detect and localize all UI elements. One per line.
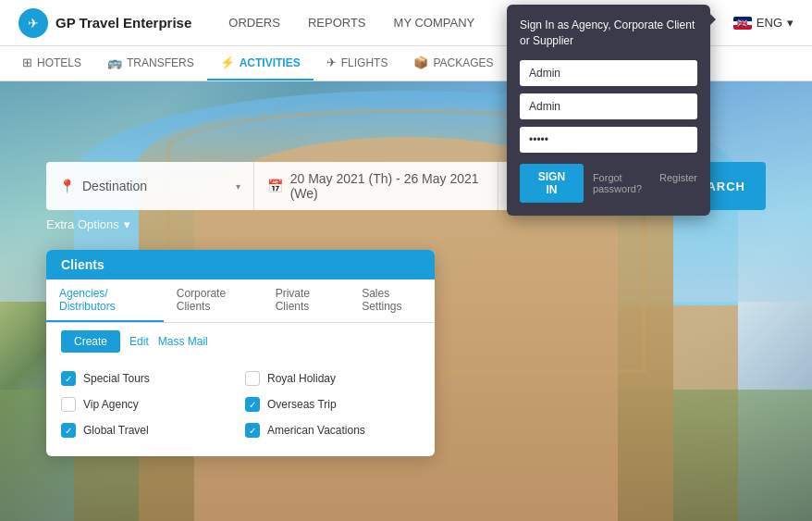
transfers-icon: 🚌 [107,56,122,69]
client-label: Global Travel [83,424,149,437]
checkbox-special-tours[interactable]: ✓ [61,371,76,386]
forgot-password-link[interactable]: Forgot password? [593,172,652,194]
checkbox-global-travel[interactable]: ✓ [61,423,76,438]
tab-flights[interactable]: ✈ FLIGHTS [314,46,401,81]
date-field[interactable]: 📅 20 May 2021 (Th) - 26 May 2021 (We) [254,162,498,210]
logo-area: ✈ GP Travel Enterprise [0,8,210,38]
displayname-input[interactable] [520,93,697,119]
username-input[interactable] [520,60,697,86]
extra-options-chevron: ▾ [124,217,130,231]
lang-code: ENG [757,16,782,30]
lang-chevron: ▾ [787,16,794,30]
calendar-icon: 📅 [267,179,283,193]
destination-chevron: ▾ [236,181,240,192]
extra-options-toggle[interactable]: Extra Options ▾ [46,217,766,231]
clients-tab-corporate[interactable]: Corporate Clients [164,279,263,322]
tab-transfers[interactable]: 🚌 TRANSFERS [94,46,207,81]
extra-options-label: Extra Options [46,217,119,231]
client-label: Royal Holiday [267,372,336,385]
activities-icon: ⚡ [220,56,235,69]
signin-modal: Sign In as Agency, Corporate Client or S… [507,5,710,216]
list-item[interactable]: ✓ Overseas Trip [245,393,420,416]
tab-packages[interactable]: 📦 PACKAGES [400,46,506,81]
client-label: American Vacations [267,424,365,437]
list-item[interactable]: ✓ Global Travel [61,419,236,441]
checkbox-overseas-trip[interactable]: ✓ [245,397,260,412]
clients-tab-agencies[interactable]: Agencies/ Distributors [46,279,164,322]
nav-right: 🇬🇧 ENG ▾ [715,16,812,30]
clients-tabs: Agencies/ Distributors Corporate Clients… [46,279,435,323]
checkbox-royal-holiday[interactable] [245,371,260,386]
location-icon: 📍 [59,179,75,193]
language-selector[interactable]: 🇬🇧 ENG ▾ [733,16,794,30]
destination-field[interactable]: 📍 Destination ▾ [46,162,254,210]
password-input[interactable] [520,127,697,153]
client-label: Vip Agency [83,398,139,411]
client-label: Overseas Trip [267,398,337,411]
flag-icon: 🇬🇧 [733,17,752,30]
clients-actions: Create Edit Mass Mail [46,323,435,360]
tab-hotels[interactable]: ⊞ HOTELS [9,46,94,81]
list-item[interactable]: ✓ Special Tours [61,367,236,390]
hotels-icon: ⊞ [22,56,32,69]
destination-placeholder: Destination [82,179,228,193]
date-value: 20 May 2021 (Th) - 26 May 2021 (We) [290,171,485,201]
clients-tab-sales[interactable]: Sales Settings [349,279,435,322]
register-link[interactable]: Register [659,172,697,194]
modal-arrow [710,14,716,25]
signin-row: SIGN IN Forgot password? Register [520,164,697,203]
list-item[interactable]: ✓ American Vacations [245,419,420,441]
nav-orders[interactable]: ORDERS [228,16,280,30]
tab-activities[interactable]: ⚡ ACTIVITIES [207,46,314,81]
create-button[interactable]: Create [61,330,120,353]
signin-button[interactable]: SIGN IN [520,164,584,203]
clients-list: ✓ Special Tours Royal Holiday Vip Agency… [46,360,435,456]
nav-reports[interactable]: REPORTS [308,16,366,30]
list-item[interactable]: Vip Agency [61,393,236,416]
signin-links: Forgot password? Register [593,172,697,194]
signin-title: Sign In as Agency, Corporate Client or S… [520,18,697,49]
logo-text: GP Travel Enterprise [55,15,191,31]
client-label: Special Tours [83,372,150,385]
packages-icon: 📦 [413,56,428,69]
checkbox-vip-agency[interactable] [61,397,76,412]
clients-panel: Clients Agencies/ Distributors Corporate… [46,250,435,456]
edit-button[interactable]: Edit [129,335,149,348]
clients-tab-private[interactable]: Private Clients [263,279,349,322]
flights-icon: ✈ [326,56,337,69]
checkbox-american-vacations[interactable]: ✓ [245,423,260,438]
mass-mail-button[interactable]: Mass Mail [158,335,208,348]
clients-header: Clients [46,250,435,279]
nav-my-company[interactable]: MY COMPANY [394,16,475,30]
list-item[interactable]: Royal Holiday [245,367,420,390]
logo-icon: ✈ [18,8,48,38]
